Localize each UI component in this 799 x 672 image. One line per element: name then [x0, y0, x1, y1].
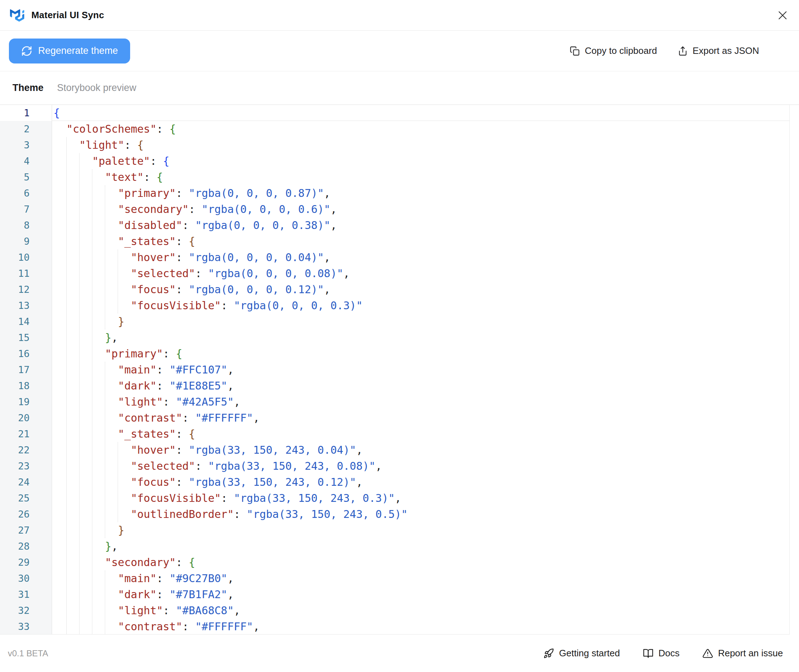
code-line: "hover": "rgba(33, 150, 243, 0.04)", [52, 442, 789, 458]
rocket-icon [543, 648, 554, 659]
line-number: 32 [0, 602, 52, 619]
line-number: 15 [0, 330, 52, 346]
line-number: 8 [0, 217, 52, 233]
code-line: "selected": "rgba(33, 150, 243, 0.08)", [52, 458, 789, 474]
version-label: v0.1 BETA [8, 648, 48, 658]
code-line: "selected": "rgba(0, 0, 0, 0.08)", [52, 266, 789, 282]
indent-guide [105, 619, 105, 635]
indent-guide [79, 506, 80, 522]
indent-guide [79, 570, 80, 586]
indent-guide [66, 298, 67, 314]
indent-guide [105, 426, 105, 442]
report-issue-link[interactable]: Report an issue [702, 648, 783, 659]
indent-guide [79, 426, 80, 442]
line-number: 26 [0, 506, 52, 522]
code-line: }, [52, 330, 789, 346]
indent-guide [79, 378, 80, 394]
code-line: "primary": { [52, 346, 789, 362]
code-line: "light": "#42A5F5", [52, 394, 789, 410]
indent-guide [66, 378, 67, 394]
code-line: "main": "#FFC107", [52, 362, 789, 378]
indent-guide [66, 362, 67, 378]
indent-guide [79, 458, 80, 474]
indent-guide [79, 490, 80, 506]
code-line: "primary": "rgba(0, 0, 0, 0.87)", [52, 185, 789, 201]
line-number: 2 [0, 121, 52, 137]
indent-guide [118, 266, 118, 282]
report-issue-label: Report an issue [718, 648, 783, 659]
indent-guide [66, 602, 67, 619]
indent-guide [105, 474, 105, 490]
indent-guide [79, 538, 80, 554]
indent-guide [105, 442, 105, 458]
book-icon [643, 648, 654, 659]
indent-guide [66, 619, 67, 635]
close-button[interactable] [776, 9, 789, 22]
indent-guide [79, 586, 80, 602]
code-line: "dark": "#1E88E5", [52, 378, 789, 394]
close-icon [777, 10, 788, 21]
line-number: 7 [0, 201, 52, 217]
code-line: "focus": "rgba(0, 0, 0, 0.12)", [52, 282, 789, 298]
indent-guide [66, 266, 67, 282]
code-line: "_states": { [52, 426, 789, 442]
indent-guide [79, 282, 80, 298]
plugin-title: Material UI Sync [31, 10, 104, 21]
getting-started-link[interactable]: Getting started [543, 648, 620, 659]
code-line: } [52, 314, 789, 330]
indent-guide [66, 137, 67, 153]
code-line: "dark": "#7B1FA2", [52, 586, 789, 602]
indent-guide [79, 619, 80, 635]
tab-theme[interactable]: Theme [13, 82, 43, 93]
code-line: "contrast": "#FFFFFF", [52, 410, 789, 426]
indent-guide [105, 506, 105, 522]
line-number: 19 [0, 394, 52, 410]
warning-icon [702, 648, 713, 659]
code-line: "main": "#9C27B0", [52, 570, 789, 586]
indent-guide [118, 490, 118, 506]
code-line: "palette": { [52, 153, 789, 169]
line-number: 23 [0, 458, 52, 474]
export-icon [678, 46, 688, 56]
indent-guide [105, 362, 105, 378]
indent-guide [66, 522, 67, 538]
copy-to-clipboard-button[interactable]: Copy to clipboard [570, 45, 657, 56]
code-line: "_states": { [52, 233, 789, 249]
code-content: { "colorSchemes": { "light": { "palette"… [52, 105, 789, 634]
code-line: "disabled": "rgba(0, 0, 0, 0.38)", [52, 217, 789, 233]
line-number: 27 [0, 522, 52, 538]
indent-guide [105, 458, 105, 474]
indent-guide [79, 394, 80, 410]
line-number: 9 [0, 233, 52, 249]
line-number: 13 [0, 298, 52, 314]
line-number: 1 [0, 105, 52, 121]
indent-guide [79, 346, 80, 362]
tab-bar: Theme Storybook preview [0, 71, 799, 105]
indent-guide [79, 169, 80, 185]
indent-guide [79, 185, 80, 201]
getting-started-label: Getting started [559, 648, 620, 659]
indent-guide [66, 330, 67, 346]
indent-guide [79, 249, 80, 266]
tab-storybook-preview[interactable]: Storybook preview [57, 82, 136, 93]
line-number: 30 [0, 570, 52, 586]
code-line: } [52, 522, 789, 538]
indent-guide [66, 442, 67, 458]
code-line: { [52, 105, 789, 121]
line-number: 28 [0, 538, 52, 554]
docs-link[interactable]: Docs [643, 648, 679, 659]
line-number: 14 [0, 314, 52, 330]
indent-guide [66, 506, 67, 522]
export-as-json-button[interactable]: Export as JSON [678, 45, 759, 56]
indent-guide [66, 410, 67, 426]
theme-code-editor[interactable]: 1234567891011121314151617181920212223242… [0, 105, 790, 635]
code-line: "contrast": "#FFFFFF", [52, 619, 789, 635]
header: Material UI Sync [0, 0, 799, 31]
indent-guide [66, 458, 67, 474]
indent-guide [118, 298, 118, 314]
indent-guide [66, 314, 67, 330]
indent-guide [118, 458, 118, 474]
copy-icon [570, 46, 580, 56]
copy-to-clipboard-label: Copy to clipboard [585, 45, 657, 56]
regenerate-theme-button[interactable]: Regenerate theme [9, 38, 130, 64]
